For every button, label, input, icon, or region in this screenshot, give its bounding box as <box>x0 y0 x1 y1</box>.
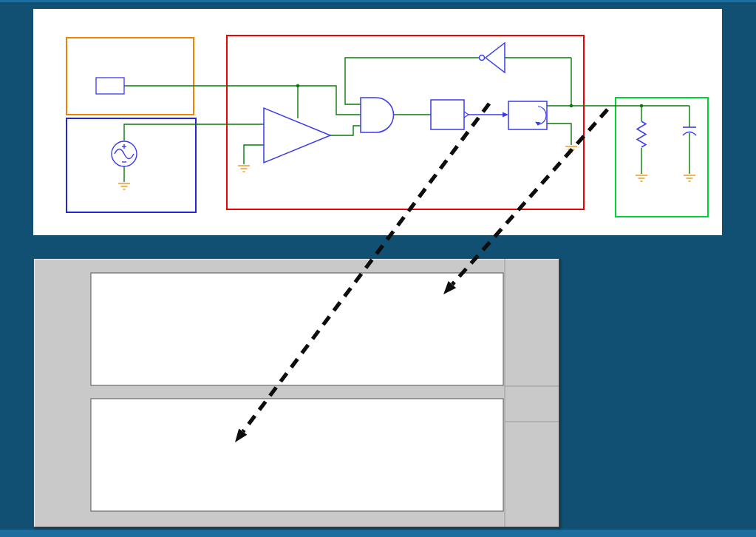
slide-background <box>0 0 756 537</box>
schematic-panel <box>33 9 722 235</box>
var-wire-arrow <box>503 112 508 118</box>
inverter[interactable] <box>480 43 505 72</box>
load-box <box>616 98 708 217</box>
top-plot-area[interactable] <box>91 273 503 385</box>
sine-source[interactable] <box>112 141 137 166</box>
resistor[interactable] <box>637 121 646 147</box>
asic-box <box>227 36 584 209</box>
junction-dot <box>640 104 644 108</box>
ground-symbols <box>118 146 695 189</box>
var2i-source[interactable] <box>508 101 547 129</box>
bit-stream-source[interactable] <box>96 78 124 94</box>
fpga-box <box>67 38 194 115</box>
slide-top-border <box>0 0 756 2</box>
graph-canvas <box>34 259 559 527</box>
sensor-box <box>67 118 196 212</box>
and-gate[interactable] <box>361 98 394 132</box>
d2var-converter[interactable] <box>431 100 469 129</box>
junction-dot <box>296 84 300 88</box>
schematic-canvas <box>33 9 722 235</box>
junction-dot <box>570 104 573 108</box>
bottom-plot-area[interactable] <box>91 399 503 511</box>
comparator[interactable] <box>264 108 330 163</box>
slide-bottom-border <box>0 530 756 537</box>
graph-window <box>33 258 559 527</box>
wires <box>124 58 689 182</box>
